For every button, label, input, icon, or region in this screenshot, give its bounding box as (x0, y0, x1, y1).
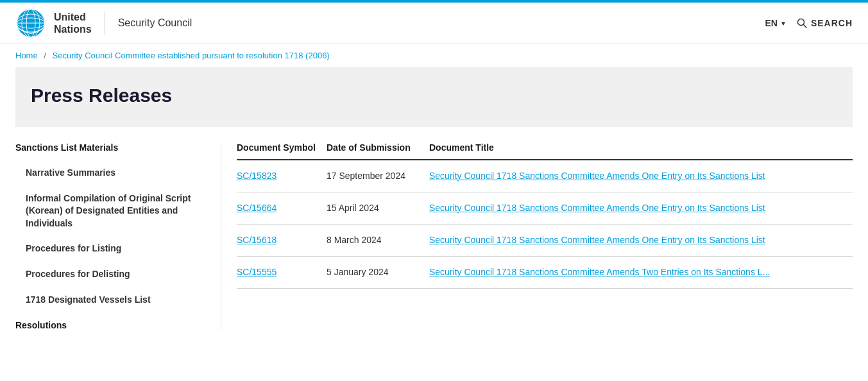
search-label: SEARCH (811, 18, 853, 28)
svg-line-8 (803, 25, 806, 28)
table-header: Document Symbol Date of Submission Docum… (237, 142, 853, 160)
header-title: Document Title (429, 142, 853, 153)
sidebar-item-informal[interactable]: Informal Compilation of Original Script … (15, 186, 205, 237)
table-row: SC/15823 17 September 2024 Security Coun… (237, 160, 853, 192)
security-council-label: Security Council (118, 17, 192, 29)
header-symbol: Document Symbol (237, 142, 327, 153)
main-content: Sanctions List Materials Narrative Summa… (0, 127, 868, 330)
doc-title-link-3[interactable]: Security Council 1718 Sanctions Committe… (429, 235, 765, 245)
page-title-section: Press Releases (15, 67, 853, 127)
table-row: SC/15618 8 March 2024 Security Council 1… (237, 224, 853, 257)
sidebar-item-vessels[interactable]: 1718 Designated Vessels List (15, 287, 205, 313)
un-logo (15, 8, 46, 38)
breadcrumb-home[interactable]: Home (15, 51, 38, 60)
doc-symbol-1: SC/15823 (237, 169, 327, 183)
doc-title-1: Security Council 1718 Sanctions Committe… (429, 169, 853, 183)
doc-title-3: Security Council 1718 Sanctions Committe… (429, 233, 853, 247)
doc-symbol-3: SC/15618 (237, 233, 327, 247)
breadcrumb-current[interactable]: Security Council Committee established p… (53, 51, 330, 60)
sidebar-item-listing[interactable]: Procedures for Listing (15, 236, 205, 262)
sidebar-section-resolutions: Resolutions (15, 320, 205, 330)
sidebar-item-delisting[interactable]: Procedures for Delisting (15, 262, 205, 287)
doc-symbol-2: SC/15664 (237, 201, 327, 215)
doc-link-2[interactable]: SC/15664 (237, 203, 277, 213)
lang-label: EN (765, 18, 778, 28)
breadcrumb: Home / Security Council Committee establ… (0, 44, 868, 67)
doc-link-4[interactable]: SC/15555 (237, 267, 277, 277)
header: United Nations Security Council EN ▼ SEA… (0, 3, 868, 44)
header-right: EN ▼ SEARCH (765, 18, 853, 28)
doc-title-link-2[interactable]: Security Council 1718 Sanctions Committe… (429, 203, 765, 213)
doc-title-link-4[interactable]: Security Council 1718 Sanctions Committe… (429, 267, 770, 277)
language-selector[interactable]: EN ▼ (765, 18, 787, 28)
search-icon (797, 18, 807, 28)
doc-date-4: 5 January 2024 (327, 266, 429, 279)
doc-date-3: 8 March 2024 (327, 233, 429, 247)
table-area: Document Symbol Date of Submission Docum… (221, 142, 853, 330)
page-title: Press Releases (31, 85, 837, 106)
doc-link-3[interactable]: SC/15618 (237, 235, 277, 245)
breadcrumb-separator: / (44, 51, 46, 60)
table-row: SC/15555 5 January 2024 Security Council… (237, 257, 853, 289)
header-date: Date of Submission (327, 142, 429, 153)
doc-title-2: Security Council 1718 Sanctions Committe… (429, 201, 853, 215)
sidebar-section-sanctions: Sanctions List Materials (15, 142, 205, 153)
table-row: SC/15664 15 April 2024 Security Council … (237, 192, 853, 224)
header-divider (105, 12, 105, 35)
doc-link-1[interactable]: SC/15823 (237, 171, 277, 181)
doc-date-1: 17 September 2024 (327, 169, 429, 183)
chevron-down-icon: ▼ (780, 20, 787, 27)
doc-symbol-4: SC/15555 (237, 266, 327, 279)
sidebar-item-narrative[interactable]: Narrative Summaries (15, 160, 205, 186)
search-button[interactable]: SEARCH (797, 18, 853, 28)
doc-date-2: 15 April 2024 (327, 201, 429, 215)
doc-title-link-1[interactable]: Security Council 1718 Sanctions Committe… (429, 171, 765, 181)
header-left: United Nations Security Council (15, 8, 192, 38)
doc-title-4: Security Council 1718 Sanctions Committe… (429, 266, 853, 279)
sidebar: Sanctions List Materials Narrative Summa… (15, 142, 221, 330)
un-name: United Nations (54, 11, 92, 35)
